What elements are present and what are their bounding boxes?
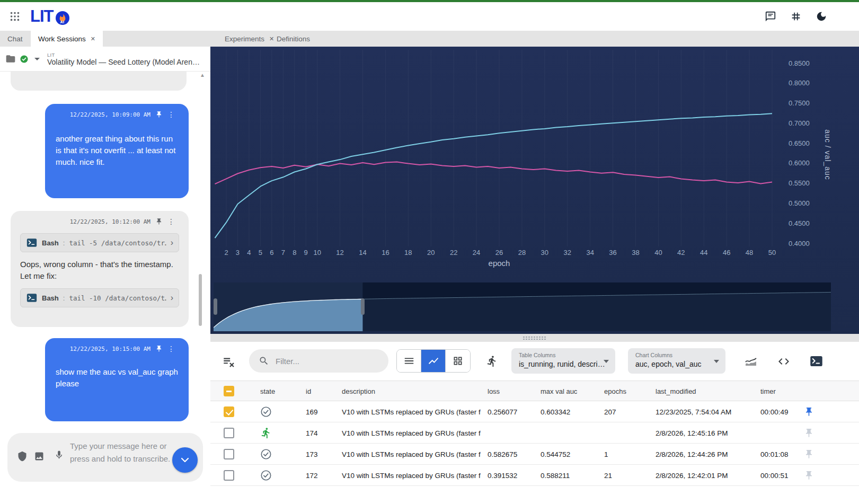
col-header-description[interactable]: description (342, 387, 375, 395)
table-row[interactable]: 169V10 with LSTMs replaced by GRUs (fast… (210, 401, 859, 422)
x-tick-label: 32 (564, 249, 571, 257)
select-all-checkbox[interactable] (224, 386, 234, 396)
message-input[interactable]: Type your message here or press and hold… (7, 433, 203, 482)
y-tick-label: 0.8500 (789, 59, 810, 67)
tab-definitions[interactable]: Definitions (269, 31, 317, 47)
chat-input-area: Type your message here or press and hold… (0, 432, 210, 504)
brush-handle-right[interactable] (361, 298, 365, 315)
table-row[interactable]: 172V10 with LSTMs replaced by GRUs (fast… (210, 465, 859, 486)
logo-text: LIT (30, 7, 54, 26)
area-chart-icon[interactable] (745, 355, 757, 368)
message-timestamp: 12/22/2025, 10:15:00 AM (70, 346, 150, 352)
row-checkbox[interactable] (224, 449, 234, 459)
runs-table: state id description loss max val auc ep… (210, 381, 859, 504)
tab-work-sessions[interactable]: Work Sessions ✕ (31, 31, 103, 47)
pin-icon[interactable] (804, 428, 814, 438)
chevron-right-icon[interactable]: › (171, 238, 173, 247)
pin-icon[interactable] (155, 345, 163, 352)
run-epochs: 21 (604, 471, 612, 479)
chat-bubble-user: 12/22/2025, 10:15:00 AM ⋮ show me the au… (45, 338, 189, 421)
x-tick-label: 2 (224, 249, 228, 257)
chat-message-list[interactable]: ▲ 12/22/2025, 10:09:00 AM ⋮ another grea… (0, 72, 210, 432)
select-label: Chart Columns (635, 352, 672, 358)
run-description: V10 with LSTMs replaced by GRUs (faster … (342, 429, 481, 437)
select-value: is_running, runid, descri… (519, 360, 605, 368)
scroll-to-bottom-button[interactable] (172, 447, 198, 473)
tab-label: Work Sessions (38, 35, 86, 43)
x-tick-label: 22 (450, 249, 457, 257)
view-toggle-group (396, 349, 471, 373)
row-checkbox[interactable] (224, 470, 234, 481)
pin-icon[interactable] (804, 406, 814, 417)
grid-view-button[interactable] (446, 350, 470, 372)
message-menu-icon[interactable]: ⋮ (167, 346, 175, 352)
run-last-modified: 2/8/2026, 12:42:01 PM (656, 471, 728, 479)
code-icon[interactable] (777, 355, 790, 368)
shield-icon[interactable] (17, 451, 28, 462)
chevron-down-icon[interactable] (34, 58, 40, 60)
pin-icon[interactable] (155, 111, 163, 118)
x-axis-label: epoch (489, 259, 510, 268)
pin-icon[interactable] (804, 449, 814, 459)
scroll-up-icon[interactable]: ▲ (200, 72, 205, 78)
row-checkbox[interactable] (224, 406, 234, 417)
row-checkbox[interactable] (224, 428, 234, 438)
col-header-max-val-auc[interactable]: max val auc (541, 387, 577, 395)
y-tick-label: 0.8000 (789, 79, 810, 87)
y-axis-label: auc / val_auc (823, 129, 832, 180)
show-running-icon[interactable] (486, 355, 498, 367)
y-tick-label: 0.7000 (789, 119, 810, 127)
folder-icon[interactable] (5, 54, 16, 64)
chevron-down-icon (604, 360, 609, 363)
x-tick-label: 36 (609, 249, 616, 257)
tag-grid-icon[interactable] (790, 11, 802, 22)
message-text: Oops, wrong column - that's the timestam… (20, 259, 179, 282)
chat-scrollbar-thumb[interactable] (199, 274, 202, 326)
col-header-loss[interactable]: loss (488, 387, 500, 395)
pane-splitter[interactable] (210, 334, 859, 342)
list-view-button[interactable] (397, 350, 421, 372)
table-columns-select[interactable]: Table Columns is_running, runid, descri… (511, 348, 615, 374)
done-state-icon (260, 406, 272, 418)
run-max-val-auc: 0.544752 (541, 450, 570, 458)
pin-icon[interactable] (155, 218, 163, 225)
tool-name: Bash (42, 239, 59, 247)
table-row[interactable]: 173V10 with LSTMs replaced by GRUs (fast… (210, 444, 859, 465)
dark-mode-moon-icon[interactable] (816, 11, 827, 22)
chevron-right-icon[interactable]: › (171, 293, 173, 303)
apps-grid-icon[interactable] (9, 11, 21, 22)
tab-chat[interactable]: Chat (0, 31, 30, 47)
chart-columns-select[interactable]: Chart Columns auc, epoch, val_auc (628, 348, 725, 374)
chart-range-brush[interactable] (214, 282, 831, 331)
filter-input[interactable]: Filter... (249, 349, 388, 373)
mic-icon[interactable] (54, 450, 64, 460)
select-value: auc, epoch, val_auc (635, 360, 702, 368)
chart-view-button[interactable] (421, 350, 446, 372)
col-header-state[interactable]: state (260, 387, 275, 395)
run-description: V10 with LSTMs replaced by GRUs (faster … (342, 450, 481, 458)
pin-icon[interactable] (804, 470, 814, 480)
done-state-icon (260, 448, 272, 460)
table-row[interactable]: 174V10 with LSTMs replaced by GRUs (fast… (210, 422, 859, 444)
separator: : (63, 239, 65, 247)
bash-command-chip[interactable]: Bash : tail -10 /data/contoso/t… › (20, 288, 179, 307)
x-tick-label: 8 (293, 249, 296, 257)
message-menu-icon[interactable]: ⋮ (167, 111, 175, 118)
col-header-last-modified[interactable]: last_modified (656, 387, 696, 395)
terminal-button[interactable] (809, 354, 823, 368)
message-menu-icon[interactable]: ⋮ (167, 218, 175, 225)
chat-icon[interactable] (765, 11, 776, 22)
col-header-timer[interactable]: timer (760, 387, 776, 395)
x-tick-label: 18 (404, 249, 412, 257)
splitter-grip-icon[interactable] (523, 336, 547, 340)
bash-command-chip[interactable]: Bash : tail -5 /data/contoso/tr… › (20, 233, 179, 252)
image-icon[interactable] (34, 451, 45, 462)
table-toolbar: Filter... Table Columns is_running, runi… (210, 342, 859, 381)
col-header-epochs[interactable]: epochs (604, 387, 626, 395)
clear-filters-icon[interactable] (222, 355, 236, 368)
close-icon[interactable]: ✕ (91, 36, 95, 42)
brush-handle-left[interactable] (214, 298, 217, 315)
run-id: 173 (306, 450, 318, 458)
terminal-icon (26, 237, 38, 249)
col-header-id[interactable]: id (306, 387, 311, 395)
